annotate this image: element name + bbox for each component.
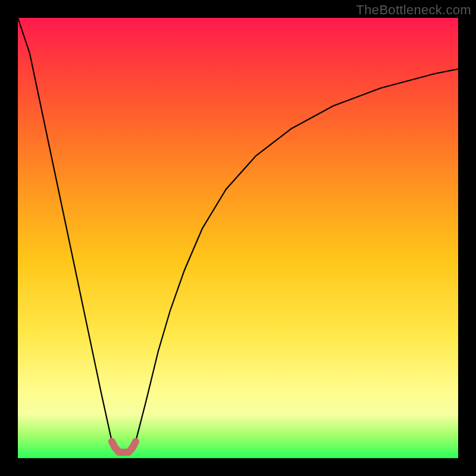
- left-branch-line: [18, 18, 124, 452]
- right-branch-line: [124, 69, 458, 452]
- watermark-label: TheBottleneck.com: [356, 2, 471, 18]
- plot-area: [18, 18, 458, 458]
- chart-frame: TheBottleneck.com: [0, 0, 476, 476]
- bottom-marker-line: [112, 441, 136, 452]
- curve-layer: [18, 18, 458, 458]
